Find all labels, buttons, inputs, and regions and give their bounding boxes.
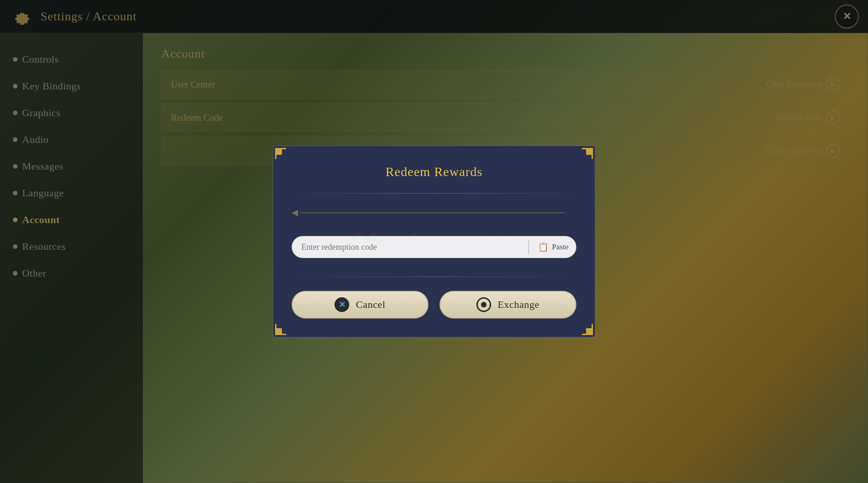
modal-dialog: My Account Redeem Rewards ◀ ────────────… [273,146,595,337]
input-container[interactable]: 📋 Paste [292,236,576,258]
cancel-button[interactable]: ✕ Cancel [292,291,428,318]
corner-decoration-br [582,324,593,335]
exchange-label: Exchange [498,299,540,311]
exchange-icon [476,297,491,312]
corner-dot-tr [586,148,592,155]
corner-dot-br [586,328,592,335]
input-row: ◀ ──────────────────────────────────────… [292,207,576,218]
corner-decoration-bl [275,324,286,335]
input-divider [528,241,529,253]
corner-dot-bl [276,328,282,335]
redemption-code-input[interactable] [301,242,523,252]
corner-dot-tl [276,148,282,155]
modal-title: Redeem Rewards [292,165,576,179]
exchange-icon-inner [481,302,487,307]
modal-content: Redeem Rewards ◀ ───────────────────────… [292,165,576,318]
modal-buttons: ✕ Cancel Exchange [292,291,576,318]
paste-label: Paste [552,242,569,252]
exchange-button[interactable]: Exchange [440,291,576,318]
paste-button[interactable]: 📋 Paste [534,240,572,254]
arrow-left-icon: ◀ ──────────────────────────────────────… [292,207,564,218]
corner-decoration-tr [582,148,593,159]
paste-icon: 📋 [538,242,548,252]
modal-divider [287,193,581,194]
cancel-icon: ✕ [334,297,349,312]
corner-decoration-tl [275,148,286,159]
modal-backdrop: My Account Redeem Rewards ◀ ────────────… [0,0,868,483]
bottom-divider [287,277,581,277]
cancel-label: Cancel [356,299,385,311]
